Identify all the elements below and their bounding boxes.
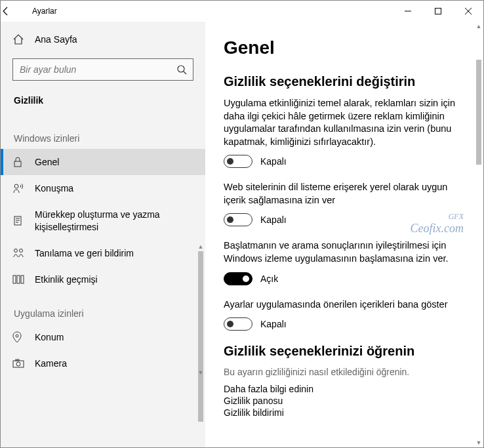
link-learn-more[interactable]: Daha fazla bilgi edinin xyxy=(224,384,465,394)
sidebar-item-activity-history[interactable]: Etkinlik geçmişi xyxy=(1,266,205,293)
svg-rect-14 xyxy=(13,275,16,283)
sidebar-group-windows-permissions: Windows izinleri xyxy=(1,117,205,149)
sidebar-item-label: Kamera xyxy=(35,357,193,369)
svg-point-13 xyxy=(20,249,23,252)
toggle-advertising-id[interactable] xyxy=(224,155,252,168)
toggle-row-advertising-id: Kapalı xyxy=(224,155,465,168)
sidebar-item-label: Etkinlik geçmişi xyxy=(35,274,193,285)
toggle-app-launch-tracking[interactable] xyxy=(224,272,252,285)
content-pane: Genel Gizlilik seçeneklerini değiştirin … xyxy=(205,22,483,447)
maximize-button[interactable] xyxy=(423,1,453,22)
sidebar-item-label: Konuşma xyxy=(35,182,193,194)
toggle-state-label: Kapalı xyxy=(260,156,287,167)
setting-desc-language-list: Web sitelerinin dil listeme erişerek yer… xyxy=(224,181,460,207)
svg-point-12 xyxy=(14,249,18,252)
toggle-suggested-content[interactable] xyxy=(224,317,252,331)
sidebar-item-speech[interactable]: Konuşma xyxy=(1,175,205,201)
svg-rect-15 xyxy=(17,275,20,283)
sidebar-item-diagnostics[interactable]: Tanılama ve geri bildirim xyxy=(1,240,205,266)
section-subtext: Bu ayarın gizliliğinizi nasıl etkilediği… xyxy=(224,367,465,377)
svg-rect-6 xyxy=(14,161,21,167)
toggle-language-list[interactable] xyxy=(224,213,252,226)
scroll-down-icon[interactable]: ▼ xyxy=(474,438,483,447)
toggle-row-suggested-content: Kapalı xyxy=(224,317,465,331)
sidebar-item-label: Genel xyxy=(35,156,193,168)
search-input[interactable] xyxy=(13,64,171,75)
svg-point-4 xyxy=(178,66,184,72)
setting-desc-suggested-content: Ayarlar uygulamasında önerilen içerikler… xyxy=(224,298,460,312)
svg-rect-20 xyxy=(16,359,19,361)
home-link[interactable]: Ana Sayfa xyxy=(1,27,205,52)
sidebar-item-label: Konum xyxy=(35,331,193,343)
sidebar-scrollbar[interactable]: ▲ ▼ xyxy=(196,242,205,377)
toggle-state-label: Açık xyxy=(260,274,278,284)
window-title: Ayarlar xyxy=(32,7,57,16)
toggle-state-label: Kapalı xyxy=(260,319,287,329)
lock-icon xyxy=(12,156,26,168)
sidebar: Ana Sayfa Gizlilik Windows izinleri Gene… xyxy=(1,22,205,447)
sidebar-item-location[interactable]: Konum xyxy=(1,324,205,350)
scroll-up-icon[interactable]: ▲ xyxy=(196,242,205,251)
scroll-down-icon[interactable]: ▼ xyxy=(196,368,205,377)
scrollbar-thumb[interactable] xyxy=(198,251,203,422)
ink-icon xyxy=(12,215,26,227)
page-title: Genel xyxy=(224,37,465,58)
scrollbar-thumb[interactable] xyxy=(476,60,481,165)
sidebar-item-camera[interactable]: Kamera xyxy=(1,350,205,377)
window-controls xyxy=(393,1,483,22)
setting-desc-advertising-id: Uygulama etkinliğinizi temel alarak, rek… xyxy=(224,97,460,148)
svg-point-19 xyxy=(16,362,20,366)
titlebar: Ayarlar xyxy=(1,1,483,22)
home-icon xyxy=(12,33,26,45)
minimize-button[interactable] xyxy=(393,1,423,22)
search-icon xyxy=(171,64,193,75)
close-button[interactable] xyxy=(453,1,483,22)
content-scroll: Genel Gizlilik seçeneklerini değiştirin … xyxy=(205,22,483,447)
content-scrollbar[interactable]: ▲ ▼ xyxy=(474,22,483,447)
sidebar-category: Gizlilik xyxy=(1,90,205,117)
section-heading-change-privacy: Gizlilik seçeneklerini değiştirin xyxy=(224,74,465,89)
toggle-state-label: Kapalı xyxy=(260,214,287,225)
activity-icon xyxy=(12,274,26,285)
sidebar-item-inking[interactable]: Mürekkep oluşturma ve yazma kişiselleşti… xyxy=(1,201,205,239)
location-icon xyxy=(12,331,26,343)
settings-window: Ayarlar Ana Sayfa xyxy=(0,0,484,448)
window-body: Ana Sayfa Gizlilik Windows izinleri Gene… xyxy=(1,22,483,447)
home-label: Ana Sayfa xyxy=(35,34,77,45)
link-privacy-dashboard[interactable]: Gizlilik panosu xyxy=(224,396,465,406)
svg-rect-1 xyxy=(435,9,441,14)
svg-line-5 xyxy=(184,71,186,74)
section-heading-learn-privacy: Gizlilik seçeneklerinizi öğrenin xyxy=(224,344,465,359)
speech-icon xyxy=(12,182,26,194)
sidebar-item-label: Mürekkep oluşturma ve yazma kişiselleşti… xyxy=(35,209,193,232)
search-box[interactable] xyxy=(12,58,193,81)
toggle-row-language-list: Kapalı xyxy=(224,213,465,226)
svg-point-17 xyxy=(16,335,18,337)
feedback-icon xyxy=(12,247,26,259)
setting-desc-app-launch-tracking: Başlatmanın ve arama sonuçlarının iyileş… xyxy=(224,239,460,265)
svg-rect-16 xyxy=(21,275,24,283)
sidebar-item-general[interactable]: Genel xyxy=(1,149,205,175)
camera-icon xyxy=(12,359,26,368)
svg-point-7 xyxy=(14,184,18,188)
scroll-up-icon[interactable]: ▲ xyxy=(474,22,483,31)
toggle-row-app-launch-tracking: Açık xyxy=(224,272,465,285)
sidebar-item-label: Tanılama ve geri bildirim xyxy=(35,247,193,259)
back-button[interactable] xyxy=(1,6,27,16)
link-privacy-statement[interactable]: Gizlilik bildirimi xyxy=(224,407,465,418)
sidebar-group-app-permissions: Uygulama izinleri xyxy=(1,293,205,324)
